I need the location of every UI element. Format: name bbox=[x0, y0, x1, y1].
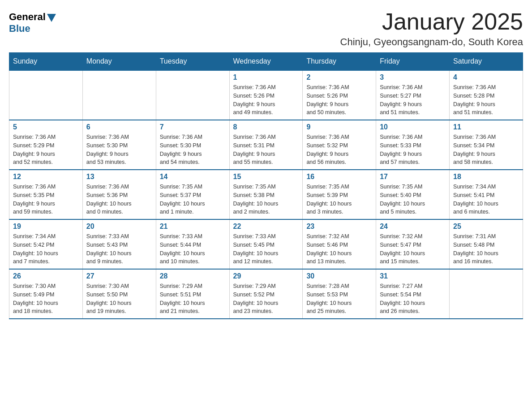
calendar-cell: 25Sunrise: 7:31 AMSunset: 5:48 PMDayligh… bbox=[450, 219, 523, 269]
title-section: January 2025 Chinju, Gyeongsangnam-do, S… bbox=[340, 9, 523, 48]
calendar-cell: 15Sunrise: 7:35 AMSunset: 5:38 PMDayligh… bbox=[229, 170, 303, 219]
day-info: Sunrise: 7:36 AMSunset: 5:27 PMDaylight:… bbox=[380, 83, 446, 117]
calendar-cell: 2Sunrise: 7:36 AMSunset: 5:26 PMDaylight… bbox=[303, 70, 376, 120]
day-number: 26 bbox=[13, 272, 79, 280]
day-info: Sunrise: 7:36 AMSunset: 5:30 PMDaylight:… bbox=[86, 133, 152, 167]
calendar-cell: 14Sunrise: 7:35 AMSunset: 5:37 PMDayligh… bbox=[156, 170, 229, 219]
calendar-cell bbox=[156, 70, 229, 120]
day-info: Sunrise: 7:32 AMSunset: 5:47 PMDaylight:… bbox=[380, 232, 446, 266]
day-number: 16 bbox=[306, 173, 372, 181]
calendar-cell: 18Sunrise: 7:34 AMSunset: 5:41 PMDayligh… bbox=[450, 170, 523, 219]
calendar-cell bbox=[9, 70, 83, 120]
col-tuesday: Tuesday bbox=[156, 53, 229, 71]
day-info: Sunrise: 7:34 AMSunset: 5:42 PMDaylight:… bbox=[13, 232, 79, 266]
logo: General Blue bbox=[9, 9, 56, 34]
day-info: Sunrise: 7:36 AMSunset: 5:32 PMDaylight:… bbox=[306, 133, 372, 167]
calendar-cell: 22Sunrise: 7:33 AMSunset: 5:45 PMDayligh… bbox=[229, 219, 303, 269]
day-number: 1 bbox=[233, 73, 299, 81]
calendar-week-row: 1Sunrise: 7:36 AMSunset: 5:26 PMDaylight… bbox=[9, 70, 523, 120]
calendar-cell: 31Sunrise: 7:27 AMSunset: 5:54 PMDayligh… bbox=[376, 269, 450, 319]
logo-general-text: General bbox=[9, 11, 46, 23]
calendar-cell: 10Sunrise: 7:36 AMSunset: 5:33 PMDayligh… bbox=[376, 120, 450, 170]
calendar-header-row: Sunday Monday Tuesday Wednesday Thursday… bbox=[9, 53, 523, 71]
calendar-cell: 8Sunrise: 7:36 AMSunset: 5:31 PMDaylight… bbox=[229, 120, 303, 170]
day-info: Sunrise: 7:31 AMSunset: 5:48 PMDaylight:… bbox=[453, 232, 519, 266]
calendar-cell bbox=[82, 70, 156, 120]
calendar-cell: 17Sunrise: 7:35 AMSunset: 5:40 PMDayligh… bbox=[376, 170, 450, 219]
day-info: Sunrise: 7:33 AMSunset: 5:44 PMDaylight:… bbox=[160, 232, 226, 266]
calendar-cell: 7Sunrise: 7:36 AMSunset: 5:30 PMDaylight… bbox=[156, 120, 229, 170]
day-number: 21 bbox=[160, 223, 226, 231]
calendar-cell: 28Sunrise: 7:29 AMSunset: 5:51 PMDayligh… bbox=[156, 269, 229, 319]
calendar-cell: 1Sunrise: 7:36 AMSunset: 5:26 PMDaylight… bbox=[229, 70, 303, 120]
day-info: Sunrise: 7:35 AMSunset: 5:39 PMDaylight:… bbox=[306, 183, 372, 216]
calendar-cell: 13Sunrise: 7:36 AMSunset: 5:36 PMDayligh… bbox=[82, 170, 156, 219]
day-info: Sunrise: 7:36 AMSunset: 5:35 PMDaylight:… bbox=[13, 183, 79, 216]
calendar-cell: 5Sunrise: 7:36 AMSunset: 5:29 PMDaylight… bbox=[9, 120, 83, 170]
logo-blue-text: Blue bbox=[9, 23, 30, 34]
day-info: Sunrise: 7:36 AMSunset: 5:36 PMDaylight:… bbox=[86, 183, 152, 216]
calendar-cell: 21Sunrise: 7:33 AMSunset: 5:44 PMDayligh… bbox=[156, 219, 229, 269]
day-number: 8 bbox=[233, 123, 299, 131]
day-info: Sunrise: 7:34 AMSunset: 5:41 PMDaylight:… bbox=[453, 183, 519, 216]
day-info: Sunrise: 7:35 AMSunset: 5:37 PMDaylight:… bbox=[160, 183, 226, 216]
day-number: 11 bbox=[453, 123, 519, 131]
calendar-week-row: 12Sunrise: 7:36 AMSunset: 5:35 PMDayligh… bbox=[9, 170, 523, 219]
day-info: Sunrise: 7:33 AMSunset: 5:43 PMDaylight:… bbox=[86, 232, 152, 266]
day-number: 2 bbox=[306, 73, 372, 81]
day-info: Sunrise: 7:36 AMSunset: 5:29 PMDaylight:… bbox=[13, 133, 79, 167]
day-number: 10 bbox=[380, 123, 446, 131]
calendar-week-row: 19Sunrise: 7:34 AMSunset: 5:42 PMDayligh… bbox=[9, 219, 523, 269]
calendar-cell: 30Sunrise: 7:28 AMSunset: 5:53 PMDayligh… bbox=[303, 269, 376, 319]
day-number: 23 bbox=[306, 223, 372, 231]
calendar-cell: 26Sunrise: 7:30 AMSunset: 5:49 PMDayligh… bbox=[9, 269, 83, 319]
col-monday: Monday bbox=[82, 53, 156, 71]
day-number: 9 bbox=[306, 123, 372, 131]
day-info: Sunrise: 7:33 AMSunset: 5:45 PMDaylight:… bbox=[233, 232, 299, 266]
day-number: 15 bbox=[233, 173, 299, 181]
calendar-cell: 23Sunrise: 7:32 AMSunset: 5:46 PMDayligh… bbox=[303, 219, 376, 269]
calendar-cell bbox=[450, 269, 523, 319]
calendar-cell: 12Sunrise: 7:36 AMSunset: 5:35 PMDayligh… bbox=[9, 170, 83, 219]
day-info: Sunrise: 7:36 AMSunset: 5:26 PMDaylight:… bbox=[233, 83, 299, 117]
day-number: 17 bbox=[380, 173, 446, 181]
col-thursday: Thursday bbox=[303, 53, 376, 71]
day-info: Sunrise: 7:36 AMSunset: 5:26 PMDaylight:… bbox=[306, 83, 372, 117]
day-info: Sunrise: 7:30 AMSunset: 5:49 PMDaylight:… bbox=[13, 282, 79, 316]
day-number: 22 bbox=[233, 223, 299, 231]
col-friday: Friday bbox=[376, 53, 450, 71]
col-sunday: Sunday bbox=[9, 53, 83, 71]
day-info: Sunrise: 7:36 AMSunset: 5:30 PMDaylight:… bbox=[160, 133, 226, 167]
day-number: 6 bbox=[86, 123, 152, 131]
day-number: 27 bbox=[86, 272, 152, 280]
day-number: 12 bbox=[13, 173, 79, 181]
day-number: 7 bbox=[160, 123, 226, 131]
calendar-table: Sunday Monday Tuesday Wednesday Thursday… bbox=[9, 52, 523, 319]
day-info: Sunrise: 7:35 AMSunset: 5:40 PMDaylight:… bbox=[380, 183, 446, 216]
calendar-cell: 20Sunrise: 7:33 AMSunset: 5:43 PMDayligh… bbox=[82, 219, 156, 269]
day-number: 13 bbox=[86, 173, 152, 181]
day-number: 18 bbox=[453, 173, 519, 181]
calendar-cell: 19Sunrise: 7:34 AMSunset: 5:42 PMDayligh… bbox=[9, 219, 83, 269]
day-number: 3 bbox=[380, 73, 446, 81]
col-saturday: Saturday bbox=[450, 53, 523, 71]
calendar-cell: 29Sunrise: 7:29 AMSunset: 5:52 PMDayligh… bbox=[229, 269, 303, 319]
calendar-cell: 11Sunrise: 7:36 AMSunset: 5:34 PMDayligh… bbox=[450, 120, 523, 170]
day-number: 4 bbox=[453, 73, 519, 81]
day-info: Sunrise: 7:28 AMSunset: 5:53 PMDaylight:… bbox=[306, 282, 372, 316]
day-info: Sunrise: 7:36 AMSunset: 5:31 PMDaylight:… bbox=[233, 133, 299, 167]
day-info: Sunrise: 7:36 AMSunset: 5:28 PMDaylight:… bbox=[453, 83, 519, 117]
calendar-cell: 4Sunrise: 7:36 AMSunset: 5:28 PMDaylight… bbox=[450, 70, 523, 120]
location-title: Chinju, Gyeongsangnam-do, South Korea bbox=[340, 36, 523, 48]
day-info: Sunrise: 7:36 AMSunset: 5:33 PMDaylight:… bbox=[380, 133, 446, 167]
day-info: Sunrise: 7:29 AMSunset: 5:51 PMDaylight:… bbox=[160, 282, 226, 316]
day-number: 20 bbox=[86, 223, 152, 231]
day-info: Sunrise: 7:27 AMSunset: 5:54 PMDaylight:… bbox=[380, 282, 446, 316]
logo-triangle-icon bbox=[47, 14, 56, 22]
day-number: 19 bbox=[13, 223, 79, 231]
day-info: Sunrise: 7:30 AMSunset: 5:50 PMDaylight:… bbox=[86, 282, 152, 316]
day-number: 28 bbox=[160, 272, 226, 280]
day-number: 24 bbox=[380, 223, 446, 231]
calendar-cell: 24Sunrise: 7:32 AMSunset: 5:47 PMDayligh… bbox=[376, 219, 450, 269]
month-title: January 2025 bbox=[340, 9, 523, 34]
